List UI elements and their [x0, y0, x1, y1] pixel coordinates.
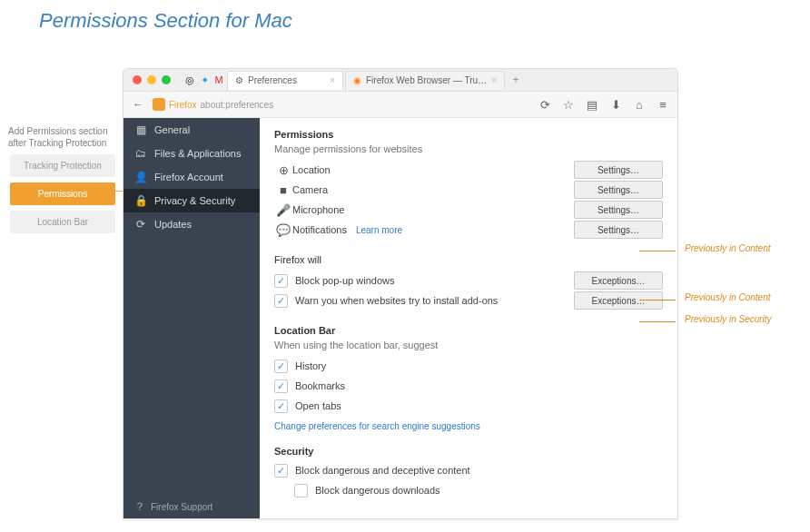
page-title: Permissions Section for Mac [39, 9, 292, 33]
notifications-settings-button[interactable]: Settings… [574, 221, 663, 239]
perm-row-microphone: 🎤 Microphone Settings… [274, 200, 663, 220]
site-identity-icon [153, 98, 165, 111]
titlebar: ◎ ✦ M ⚙ Preferences × ◉ Firefox Web Brow… [123, 69, 677, 92]
learn-more-link[interactable]: Learn more [356, 225, 402, 235]
addons-warn-checkbox[interactable]: ✓ [274, 294, 288, 308]
annotation-pill-location: Location Bar [10, 211, 115, 233]
downloads-checkbox[interactable] [294, 484, 308, 498]
deceptive-checkbox[interactable]: ✓ [274, 464, 288, 478]
tab-close-icon[interactable]: × [330, 75, 335, 85]
firefox-will-heading: Firefox will [274, 254, 663, 265]
sidebar-label: Firefox Account [154, 172, 223, 182]
sidebar-label: Privacy & Security [154, 195, 235, 206]
locationbar-subheading: When using the location bar, suggest [274, 340, 663, 350]
perm-label: Notifications [292, 224, 347, 235]
sidebar-label: Files & Applications [154, 148, 241, 159]
updates-icon: ⟳ [134, 218, 147, 231]
locationbar-heading: Location Bar [274, 325, 663, 336]
security-heading: Security [274, 446, 663, 457]
sidebar-label: Updates [154, 219, 192, 230]
sec-label: Block dangerous and deceptive content [295, 465, 470, 476]
fw-row-popups: ✓ Block pop-up windows Exceptions… [274, 271, 663, 291]
lb-label: History [295, 360, 326, 371]
fw-row-addons: ✓ Warn you when websites try to install … [274, 291, 663, 310]
sidebar-item-account[interactable]: 👤 Firefox Account [123, 165, 260, 189]
tab-bar: ◎ ✦ M ⚙ Preferences × ◉ Firefox Web Brow… [183, 71, 677, 90]
permissions-subheading: Manage permissions for websites [274, 143, 663, 154]
lb-row-bookmarks: ✓ Bookmarks [274, 376, 663, 396]
perm-label: Location [292, 164, 331, 175]
zoom-light[interactable] [162, 75, 171, 84]
left-annotation-block: Add Permissions section after Tracking P… [5, 125, 121, 239]
reload-button[interactable]: ⟳ [536, 95, 554, 113]
downloads-icon[interactable]: ⬇ [607, 95, 625, 113]
camera-settings-button[interactable]: Settings… [574, 181, 663, 199]
tab-title: Firefox Web Browser — Tru… [366, 75, 487, 85]
perm-label: Microphone [292, 204, 344, 215]
pinned-icon-1[interactable]: ◎ [183, 74, 196, 86]
url-bar[interactable]: Firefox about:preferences [153, 98, 273, 111]
right-annotation-2: Previously in Content [685, 292, 771, 302]
tab-firefox-site[interactable]: ◉ Firefox Web Browser — Tru… × [345, 71, 505, 90]
opentabs-checkbox[interactable]: ✓ [274, 399, 288, 413]
right-annotation-1: Previously in Content [685, 243, 771, 253]
fw-label: Warn you when websites try to install ad… [295, 295, 498, 306]
permissions-heading: Permissions [274, 129, 663, 140]
pinned-icon-3[interactable]: M [212, 74, 225, 86]
annotation-pill-permissions: Permissions [10, 182, 115, 205]
pinned-icon-2[interactable]: ✦ [198, 74, 211, 86]
traffic-lights[interactable] [133, 75, 171, 84]
tab-close-icon[interactable]: × [491, 75, 497, 85]
minimize-light[interactable] [147, 75, 156, 84]
back-button[interactable]: ← [129, 95, 147, 113]
tab-title: Preferences [248, 75, 297, 85]
popup-checkbox[interactable]: ✓ [274, 274, 288, 288]
preferences-sidebar: ▦ General 🗂 Files & Applications 👤 Firef… [123, 118, 260, 519]
lb-label: Bookmarks [295, 380, 345, 391]
general-icon: ▦ [134, 123, 147, 136]
sidebar-footer-support[interactable]: ？ Firefox Support [123, 493, 260, 519]
home-icon[interactable]: ⌂ [630, 95, 648, 113]
lb-row-opentabs: ✓ Open tabs [274, 396, 663, 416]
sidebar-item-updates[interactable]: ⟳ Updates [123, 212, 260, 236]
fw-label: Block pop-up windows [295, 275, 394, 286]
account-icon: 👤 [134, 171, 147, 183]
search-suggestions-link[interactable]: Change preferences for search engine sug… [274, 421, 480, 431]
sidebar-item-files[interactable]: 🗂 Files & Applications [123, 142, 260, 165]
close-light[interactable] [133, 75, 142, 84]
right-annotation-3: Previously in Security [685, 314, 772, 324]
gear-icon: ⚙ [235, 75, 243, 85]
tab-preferences[interactable]: ⚙ Preferences × [227, 71, 343, 90]
microphone-settings-button[interactable]: Settings… [574, 201, 663, 219]
search-suggestions-link-line: Change preferences for search engine sug… [274, 421, 663, 431]
popups-exceptions-button[interactable]: Exceptions… [574, 271, 663, 290]
location-settings-button[interactable]: Settings… [574, 161, 663, 179]
sidebar-label: General [154, 124, 190, 135]
perm-row-camera: ■ Camera Settings… [274, 180, 663, 200]
library-icon[interactable]: ▤ [583, 95, 601, 113]
lock-icon: 🔒 [134, 194, 147, 207]
lb-row-history: ✓ History [274, 356, 663, 376]
browser-window: ◎ ✦ M ⚙ Preferences × ◉ Firefox Web Brow… [123, 68, 678, 519]
annotation-pill-tracking: Tracking Protection [10, 154, 115, 177]
firefox-icon: ◉ [353, 75, 361, 85]
preferences-content: Permissions Manage permissions for websi… [260, 118, 677, 519]
history-checkbox[interactable]: ✓ [274, 360, 288, 373]
bookmarks-checkbox[interactable]: ✓ [274, 379, 288, 393]
perm-row-location: ⊕ Location Settings… [274, 160, 663, 180]
addons-exceptions-button[interactable]: Exceptions… [574, 291, 663, 310]
camera-icon: ■ [274, 183, 292, 197]
sidebar-item-privacy[interactable]: 🔒 Privacy & Security [123, 189, 260, 212]
hamburger-menu-icon[interactable]: ≡ [654, 95, 672, 113]
sec-label: Block dangerous downloads [315, 485, 440, 496]
location-icon: ⊕ [274, 163, 292, 177]
new-tab-button[interactable]: + [507, 74, 525, 86]
bookmark-star-icon[interactable]: ☆ [559, 95, 578, 113]
left-annotation-note: Add Permissions section after Tracking P… [5, 125, 121, 149]
sidebar-footer-label: Firefox Support [151, 502, 212, 512]
microphone-icon: 🎤 [274, 203, 292, 217]
sec-row-downloads: Block dangerous downloads [294, 480, 663, 500]
sidebar-item-general[interactable]: ▦ General [123, 118, 260, 142]
brand-label: Firefox [169, 100, 197, 110]
perm-label: Camera [292, 184, 328, 195]
